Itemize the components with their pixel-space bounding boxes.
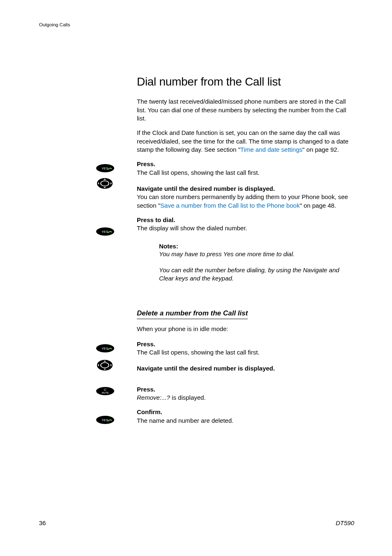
- page-number: 36: [39, 519, 46, 526]
- step-3-body: The display will show the dialed number.: [137, 224, 355, 233]
- intro-paragraph-2-suffix: " on page 92.: [302, 146, 339, 153]
- navigate-button-icon: [97, 178, 113, 191]
- sub-step-1-title: Press.: [137, 340, 355, 349]
- sub-step-4-title: Confirm.: [137, 408, 355, 417]
- yes-button-icon: YES: [96, 415, 115, 426]
- svg-text:YES: YES: [101, 230, 108, 234]
- step-1-body: The Call list opens, showing the last ca…: [137, 169, 355, 177]
- svg-point-28: [111, 420, 112, 421]
- notes-block: Notes: You may have to press Yes one mor…: [159, 243, 355, 283]
- time-date-settings-link[interactable]: Time and date settings: [240, 146, 302, 153]
- sub-step-3-remove-text: Remove:...?: [137, 394, 170, 401]
- sub-step-3-body: Remove:...? is displayed.: [137, 394, 355, 402]
- notes-title: Notes:: [159, 243, 355, 250]
- svg-point-12: [111, 232, 112, 233]
- notes-body-1: You may have to press Yes one more time …: [159, 250, 355, 259]
- sub-step-2-title: Navigate until the desired number is dis…: [137, 364, 355, 373]
- step-1-title: Press.: [137, 160, 355, 169]
- sub-step-3-suffix: is displayed.: [170, 394, 206, 401]
- page-header: Outgoing Calls: [39, 22, 70, 27]
- svg-text:YES: YES: [101, 167, 108, 170]
- svg-text:YES: YES: [101, 418, 108, 422]
- step-2-suffix: " on page 48.: [300, 202, 336, 209]
- svg-text:C: C: [104, 388, 106, 392]
- subsection-intro: When your phone is in idle mode:: [137, 325, 355, 334]
- svg-text:MUTE: MUTE: [102, 392, 109, 394]
- c-mute-button-icon: C MUTE: [96, 387, 115, 397]
- sub-step-1-body: The Call list opens, showing the last ca…: [137, 348, 355, 357]
- step-3-title: Press to dial.: [137, 216, 355, 225]
- svg-point-2: [111, 168, 112, 169]
- intro-paragraph-2: If the Clock and Date function is set, y…: [137, 129, 355, 154]
- page-title: Dial number from the Call list: [137, 75, 355, 88]
- yes-button-icon: YES: [96, 164, 115, 174]
- notes-body-2: You can edit the number before dialing, …: [159, 266, 355, 283]
- sub-step-4-body: The name and number are deleted.: [137, 417, 355, 425]
- step-2-body: You can store numbers permanently by add…: [137, 193, 355, 210]
- svg-text:YES: YES: [101, 347, 108, 350]
- svg-point-18: [101, 363, 108, 368]
- subsection-title: Delete a number from the Call list: [137, 309, 248, 319]
- yes-button-icon: YES: [96, 344, 115, 354]
- svg-point-15: [111, 348, 112, 350]
- step-2-title: Navigate until the desired number is dis…: [137, 185, 355, 193]
- navigate-button-icon: [97, 359, 113, 373]
- save-number-link[interactable]: Save a number from the Call list to the …: [160, 202, 300, 209]
- svg-point-5: [101, 181, 108, 186]
- content-area: Dial number from the Call list The twent…: [137, 75, 355, 431]
- sub-step-3-title: Press.: [137, 385, 355, 394]
- yes-button-icon: YES: [96, 227, 115, 238]
- footer-model: DT590: [336, 519, 354, 526]
- intro-paragraph-1: The twenty last received/dialed/missed p…: [137, 97, 355, 123]
